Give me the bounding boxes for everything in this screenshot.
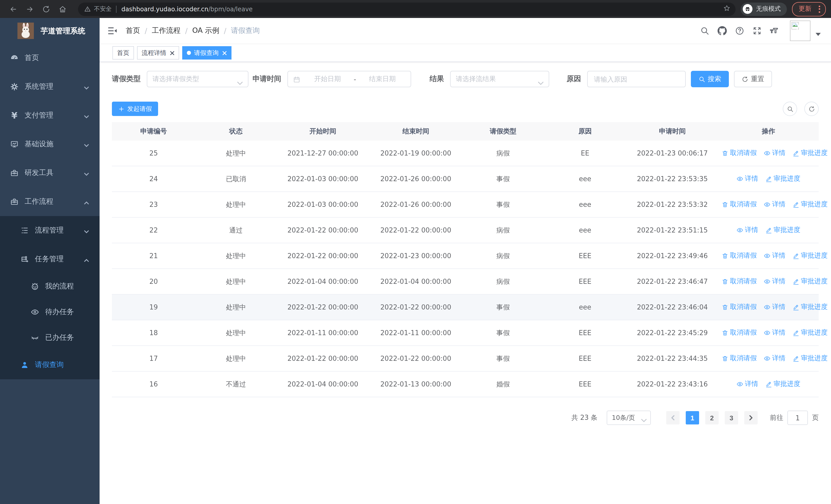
search-button[interactable]: 搜索 — [691, 71, 729, 87]
cell-actions: 取消请假详情审批进度 — [718, 192, 819, 217]
search-icon[interactable] — [699, 26, 709, 36]
detail-link[interactable]: 详情 — [764, 328, 785, 337]
approval-progress-link[interactable]: 审批进度 — [765, 380, 800, 389]
detail-link[interactable]: 详情 — [764, 200, 785, 209]
sidebar-item-process-mgmt[interactable]: 流程管理 — [0, 216, 99, 245]
cancel-leave-link[interactable]: 取消请假 — [722, 149, 757, 158]
approval-progress-link[interactable]: 审批进度 — [793, 251, 828, 261]
cell-reason: EE — [544, 141, 627, 166]
page-button-3[interactable]: 3 — [725, 411, 738, 424]
github-icon[interactable] — [717, 26, 727, 36]
page-button-1[interactable]: 1 — [686, 411, 699, 424]
app-logo-row[interactable]: 芋道管理系统 — [0, 18, 99, 43]
avatar-broken-image — [790, 21, 810, 41]
detail-link[interactable]: 详情 — [737, 174, 758, 183]
forward-icon[interactable] — [23, 2, 36, 16]
cell-start-time: 2022-01-03 00:00:00 — [277, 166, 369, 192]
breadcrumb-workflow[interactable]: 工作流程 — [152, 26, 180, 35]
sidebar-item-dev-tools[interactable]: 研发工具 — [0, 158, 99, 187]
approval-progress-link[interactable]: 审批进度 — [793, 328, 828, 337]
reset-button[interactable]: 重置 — [734, 71, 772, 87]
table-header-row: 申请编号 状态 开始时间 结束时间 请假类型 原因 申请时间 操作 — [112, 122, 819, 141]
detail-link[interactable]: 详情 — [764, 277, 785, 286]
tab-home[interactable]: 首页 — [112, 46, 134, 60]
approval-progress-link[interactable]: 审批进度 — [765, 174, 800, 183]
cancel-leave-link[interactable]: 取消请假 — [722, 251, 757, 261]
page-size-select[interactable]: 10条/页 — [607, 411, 651, 425]
tab-leave-query[interactable]: 请假查询 — [182, 46, 231, 60]
approval-progress-link[interactable]: 审批进度 — [793, 302, 828, 312]
cell-leave-type: 事假 — [462, 166, 544, 192]
goto-page-input[interactable] — [787, 411, 808, 425]
approval-progress-link[interactable]: 审批进度 — [793, 149, 828, 158]
approval-progress-link[interactable]: 审批进度 — [793, 277, 828, 286]
approval-progress-link[interactable]: 审批进度 — [765, 226, 800, 235]
date-separator: - — [354, 75, 356, 83]
cell-apply-id: 21 — [112, 243, 195, 269]
sidebar-item-task-mgmt[interactable]: 任务管理 — [0, 245, 99, 273]
sidebar-item-todo-tasks[interactable]: 待办任务 — [0, 299, 99, 325]
approval-progress-link[interactable]: 审批进度 — [793, 200, 828, 209]
reason-input[interactable] — [593, 75, 680, 83]
cell-status: 通过 — [195, 217, 277, 243]
search-form: 请假类型 请选择请假类型 申请时间 开始日期 - 结束日期 — [112, 71, 819, 87]
cell-apply-id: 16 — [112, 371, 195, 397]
page-button-2[interactable]: 2 — [705, 411, 719, 424]
cell-end-time: 2022-01-22 00:00:00 — [369, 346, 462, 371]
detail-link[interactable]: 详情 — [737, 380, 758, 389]
leave-type-select[interactable]: 请选择请假类型 — [147, 71, 249, 87]
toggle-search-button[interactable] — [783, 101, 797, 116]
bookmark-star-icon[interactable] — [723, 4, 730, 14]
font-size-icon[interactable]: TT — [769, 26, 779, 36]
apply-time-range-picker[interactable]: 开始日期 - 结束日期 — [287, 71, 411, 87]
hamburger-icon[interactable] — [107, 26, 118, 36]
cell-apply-id: 17 — [112, 346, 195, 371]
next-page-button[interactable] — [744, 411, 757, 424]
result-select[interactable]: 请选择流结果 — [450, 71, 549, 87]
sidebar-item-system[interactable]: 系统管理 — [0, 72, 99, 101]
browser-update-button[interactable]: 更新 — [792, 2, 826, 16]
cancel-leave-link[interactable]: 取消请假 — [722, 354, 757, 363]
user-avatar-menu[interactable] — [790, 21, 821, 41]
sidebar-item-done-tasks[interactable]: 已办任务 — [0, 325, 99, 351]
sidebar-item-payment[interactable]: ¥ 支付管理 — [0, 101, 99, 130]
update-label[interactable]: 更新 — [799, 5, 811, 13]
prev-page-button[interactable] — [666, 411, 680, 424]
fullscreen-icon[interactable] — [752, 26, 762, 36]
tab-process-detail[interactable]: 流程详情 — [137, 46, 179, 60]
breadcrumb-home[interactable]: 首页 — [126, 26, 140, 35]
cancel-leave-link[interactable]: 取消请假 — [722, 200, 757, 209]
security-warning-icon[interactable] — [83, 2, 91, 16]
cell-end-time: 2022-01-23 00:00:00 — [369, 243, 462, 269]
detail-link[interactable]: 详情 — [764, 251, 785, 261]
close-icon[interactable] — [222, 51, 227, 55]
sidebar-item-my-process[interactable]: 我的流程 — [0, 273, 99, 299]
cancel-leave-link[interactable]: 取消请假 — [722, 302, 757, 312]
sidebar-item-leave-query[interactable]: 请假查询 — [0, 351, 99, 379]
cell-apply-time: 2022-01-22 23:46:47 — [627, 269, 718, 294]
detail-link[interactable]: 详情 — [764, 354, 785, 363]
detail-link[interactable]: 详情 — [737, 226, 758, 235]
cancel-leave-link[interactable]: 取消请假 — [722, 328, 757, 337]
refresh-button[interactable] — [804, 101, 819, 116]
sidebar-item-home[interactable]: 首页 — [0, 43, 99, 72]
address-bar[interactable]: 不安全 dashboard.yudao.iocoder.cn /bpm/oa/l… — [78, 2, 736, 16]
breadcrumb-oa-example[interactable]: OA 示例 — [192, 26, 220, 35]
sidebar-item-workflow[interactable]: 工作流程 — [0, 187, 99, 216]
more-vert-icon[interactable] — [816, 5, 822, 12]
cell-apply-id: 24 — [112, 166, 195, 192]
reload-icon[interactable] — [39, 2, 53, 16]
home-icon[interactable] — [56, 2, 69, 16]
cancel-leave-link[interactable]: 取消请假 — [722, 277, 757, 286]
col-actions: 操作 — [718, 122, 819, 141]
table-row: 17处理中2022-01-22 00:00:002022-01-22 00:00… — [112, 346, 819, 371]
sidebar-item-infrastructure[interactable]: 基础设施 — [0, 130, 99, 158]
detail-link[interactable]: 详情 — [764, 149, 785, 158]
help-icon[interactable] — [735, 26, 744, 36]
approval-progress-link[interactable]: 审批进度 — [793, 354, 828, 363]
create-leave-button[interactable]: 发起请假 — [112, 101, 158, 116]
detail-link[interactable]: 详情 — [764, 302, 785, 312]
tags-view-bar: 首页 流程详情 请假查询 — [99, 44, 831, 62]
back-icon[interactable] — [7, 2, 20, 16]
close-icon[interactable] — [170, 51, 174, 55]
